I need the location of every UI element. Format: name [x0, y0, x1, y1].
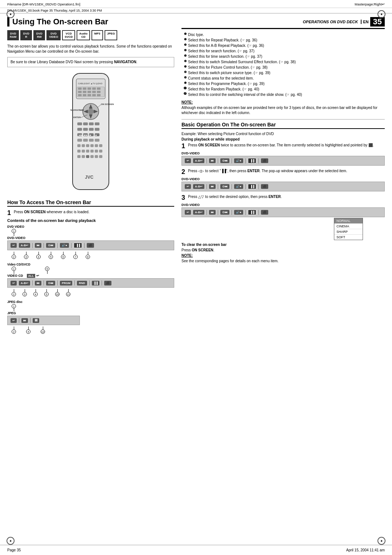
dvd-video-bar: ↩ A-B↩ ⏭ ⊙⏮ 🔊● ▐▐ ⬛ [7, 240, 174, 250]
s1-btn-source: ⬛ [261, 158, 268, 163]
vcd-sep-5 [89, 280, 90, 285]
svg-rect-58 [82, 150, 85, 153]
remote-svg: CABLE/SAT ▲TV ◎DVD [54, 72, 127, 195]
vcd-sep-2 [44, 280, 44, 285]
s3-btn-surround: 🔊● [234, 210, 243, 215]
s3-sep-1 [207, 210, 207, 215]
svg-rect-12 [92, 91, 96, 93]
step1-text: Press ON SCREEN whenever a disc is loade… [14, 210, 174, 215]
s3-sep-5 [258, 210, 259, 215]
s3-btn-skip: ⏭ [209, 210, 216, 215]
item-num-3: ❸ [181, 43, 187, 48]
num-ind-5: 5 [49, 252, 53, 259]
masterpage-label: Masterpage:Right↵ [355, 2, 385, 6]
list-item-9: ❾ Current status area for the selected i… [181, 76, 385, 81]
svg-rect-17 [92, 94, 96, 96]
svg-rect-31 [77, 122, 82, 125]
num-ind-1-jpeg: 1 [12, 304, 16, 311]
svg-rect-32 [83, 122, 88, 125]
svg-rect-68 [99, 155, 102, 158]
bar-btn-picture: ▐▐ [74, 243, 82, 248]
filename-label: Filename [DR-MV1SEK_05DVD Operation1.fm] [7, 2, 80, 6]
svg-rect-47 [77, 139, 82, 142]
list-item-11: ⓫ Select this for Random Playback. (☞ pg… [181, 86, 385, 92]
num-ind-2: 2 [12, 252, 16, 259]
svg-text:CABLE/SAT ▲TV ◎DVD: CABLE/SAT ▲TV ◎DVD [78, 82, 103, 85]
bar-btn-ab: A-B↩ [19, 243, 30, 248]
s2-sep-2 [218, 184, 218, 189]
example-text: Example: When selecting Picture Control … [181, 132, 385, 136]
vcd-btn-source: ⬛ [104, 281, 111, 285]
svg-rect-33 [89, 122, 94, 125]
item-text-2: Select this for Repeat Playback. (☞ pg. … [188, 37, 257, 43]
popup-item-sharp[interactable]: SHARP [334, 229, 363, 235]
vcd-sep-3 [57, 280, 58, 285]
num-ind-4-jpeg: 4 [26, 327, 30, 334]
num-ind-2-jpeg: 2 [12, 327, 16, 334]
num-ind-3: 3 [24, 252, 28, 259]
disc-dvd-r: DVDR [20, 30, 32, 40]
right-column: OPERATIONS ON DVD DECK EN 35 ❶ Disc type… [181, 17, 385, 334]
s3-btn-source: ⬛ [261, 210, 268, 215]
how-to-section-title: How To Access The On-screen Bar [7, 199, 174, 207]
top-header: Filename [DR-MV1SEK_05DVD Operation1.fm]… [0, 0, 392, 8]
item-text-5: Select this for time search function. (☞… [188, 54, 262, 59]
s1-sep-5 [258, 158, 259, 163]
svg-text:▶: ▶ [90, 134, 91, 136]
num-ind-10: 10 [55, 289, 60, 296]
page-number: 35 [370, 17, 385, 27]
dvd-video-bar-label: DVD-VIDEO [7, 236, 174, 240]
step1-how-to: 1 Press ON SCREEN whenever a disc is loa… [7, 210, 174, 216]
popup-item-cinema[interactable]: CINEMA [334, 224, 363, 229]
note-box-bold: NAVIGATION [114, 60, 136, 64]
s2-sep-5 [258, 184, 259, 189]
remote-area: CABLE/SAT ▲TV ◎DVD [7, 72, 174, 195]
bar-btn-surround: 🔊● [60, 243, 69, 248]
corner-mark-tl: ✦ [7, 10, 15, 18]
note-text: Although examples of the on-screen bar a… [181, 105, 385, 116]
svg-rect-14 [78, 94, 82, 96]
list-item-10: ❿ Select this for Programme Playback. (☞… [181, 81, 385, 86]
svg-text:▶▶|: ▶▶| [84, 134, 88, 136]
jpeg-btn-slide: 🖼 [33, 318, 39, 323]
vcd-btn-picture: ▐▐ [92, 281, 99, 285]
num-ind-12: 12 [41, 327, 45, 334]
svg-rect-5 [83, 88, 86, 90]
svg-text:JVC: JVC [85, 175, 94, 180]
footer-date: April 15, 2004 11:41 am [346, 548, 385, 552]
corner-mark-tr: ✦ [377, 10, 385, 18]
svg-point-24 [88, 109, 94, 114]
svg-rect-36 [83, 128, 88, 131]
item-num-4: ❹ [181, 48, 187, 54]
s1-btn-search: ⊙⏮ [220, 158, 229, 163]
list-item-12: ⓬ Select this to control the switching i… [181, 92, 385, 97]
s1-btn-repeat: ↩ [185, 158, 191, 163]
left-column: Using The On-screen Bar DVDRAM DVDR DVDR… [7, 17, 174, 334]
num-ind-5-vcd: 5 [44, 289, 49, 296]
popup-item-normal[interactable]: NORMAL [334, 218, 363, 224]
svg-rect-9 [78, 91, 82, 93]
vcd-bar: ↩ A-B↩ ⏭ ⊙⏮ PRGM RND ▐▐ ⬛ [7, 278, 174, 288]
note2-text: See the corresponding pages for details … [181, 259, 385, 264]
s3-btn-picture: ▐▐ [248, 210, 256, 215]
s1-btn-surround: 🔊● [234, 158, 243, 163]
intro-text: The on-screen bar allows you to control … [7, 44, 174, 54]
svg-rect-6 [87, 88, 91, 90]
basic-op-title: Basic Operation On The On-screen Bar [181, 122, 385, 129]
jpeg-bar-label: JPEG [7, 311, 174, 315]
note-section: NOTE: Although examples of the on-screen… [181, 100, 385, 116]
num-ind-3-vcd: 3 [23, 289, 27, 296]
bar-sep-4 [71, 243, 72, 248]
s1-sep-1 [207, 158, 207, 163]
step1-bar: ↩ A-B↩ ⏭ ⊙⏮ 🔊● ▐▐ ⬛ [181, 156, 385, 166]
jpeg-sep-2 [30, 318, 30, 323]
popup-menu: NORMAL CINEMA SHARP SOFT [334, 218, 363, 240]
disc-dvd-video: DVDVIDEO [46, 30, 61, 40]
svg-text:NAVIGATION: NAVIGATION [70, 109, 84, 111]
popup-item-soft[interactable]: SOFT [334, 235, 363, 240]
item-text-6: Select this to switch Simulated Surround… [188, 59, 296, 65]
note-title: NOTE: [181, 100, 385, 104]
clear-label: To clear the on-screen bar [181, 243, 226, 247]
svg-rect-35 [77, 128, 82, 131]
bar-btn-skip: ⏭ [35, 243, 41, 248]
